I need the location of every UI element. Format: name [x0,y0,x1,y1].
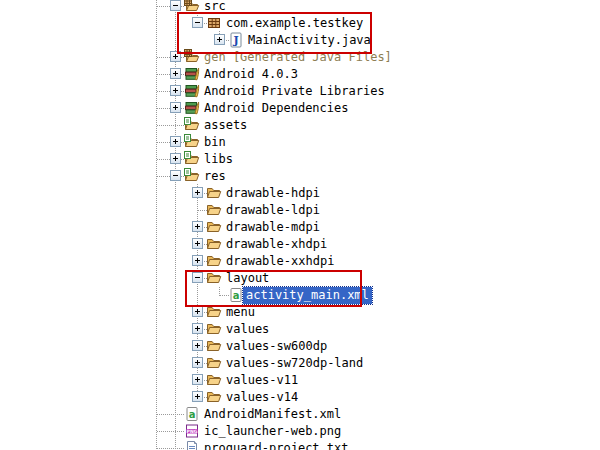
tree-item-label: libs [204,151,233,168]
expand-toggle[interactable] [192,187,203,198]
tree-item-mainactivity-java[interactable]: MainActivity.java [0,32,600,49]
tree-item-label: values-v14 [226,389,298,406]
expand-toggle[interactable] [170,136,181,147]
expand-toggle[interactable] [170,85,181,96]
library-icon [184,83,200,99]
folder-icon [206,219,222,235]
tree-item-label: values-v11 [226,372,298,389]
tree-item-res[interactable]: res [0,168,600,185]
xml-file-icon [228,287,244,303]
tree-item-drawable-xxhdpi[interactable]: drawable-xxhdpi [0,253,600,270]
tree-connector [157,448,185,449]
expand-toggle[interactable] [170,153,181,164]
tree-item-values-v11[interactable]: values-v11 [0,372,600,389]
tree-item-activity-main-xml[interactable]: activity_main.xml [0,287,600,304]
tree-connector [157,431,185,432]
tree-item-values[interactable]: values [0,321,600,338]
tree-item-drawable-ldpi[interactable]: drawable-ldpi [0,202,600,219]
folder-icon [206,270,222,286]
tree-connector [157,414,185,415]
collapse-toggle[interactable] [192,272,203,283]
expand-toggle[interactable] [192,374,203,385]
tree-item-label: drawable-xhdpi [226,236,327,253]
expand-toggle[interactable] [170,102,181,113]
tree-item-libs[interactable]: libs [0,151,600,168]
tree-item-values-sw720dp-land[interactable]: values-sw720dp-land [0,355,600,372]
tree-item-label: values-sw720dp-land [226,355,363,372]
collapse-toggle[interactable] [170,0,181,11]
expand-toggle[interactable] [192,340,203,351]
folder-icon [206,389,222,405]
tree-item-label: Android Dependencies [204,100,349,117]
tree-item-label: bin [204,134,226,151]
expand-toggle[interactable] [192,238,203,249]
expand-toggle[interactable] [192,306,203,317]
folder-icon [206,236,222,252]
tree-item-label: MainActivity.java [248,32,371,49]
expand-toggle[interactable] [192,391,203,402]
tree-item-label: res [204,168,226,185]
package-explorer-panel: src com.example.testkey MainActivity.jav… [0,0,600,450]
tree-item-ic-launcher-web-png[interactable]: ic_launcher-web.png [0,423,600,440]
folder-icon [206,372,222,388]
tree-item-package-com-example-testkey[interactable]: com.example.testkey [0,15,600,32]
expand-toggle[interactable] [170,68,181,79]
folder-icon [206,321,222,337]
java-file-icon [228,32,244,48]
tree-item-values-sw600dp[interactable]: values-sw600dp [0,338,600,355]
collapse-toggle[interactable] [170,170,181,181]
expand-toggle[interactable] [192,255,203,266]
folder-icon [206,185,222,201]
tree-item-label: ic_launcher-web.png [204,423,341,440]
tree-item-label: drawable-ldpi [226,202,320,219]
tree-item-android-private-libraries[interactable]: Android Private Libraries [0,83,600,100]
source-folder-icon [184,49,200,65]
java-package-icon [206,15,222,31]
expand-toggle[interactable] [192,323,203,334]
tree-item-label: proguard-project.txt [204,440,349,450]
png-file-icon [184,423,200,439]
tree-item-label: values [226,321,269,338]
folder-icon [206,355,222,371]
tree-item-label-selected: activity_main.xml [243,287,372,304]
tree-connector [157,125,185,126]
tree-item-drawable-mdpi[interactable]: drawable-mdpi [0,219,600,236]
tree-item-proguard-project-txt[interactable]: proguard-project.txt [0,440,600,450]
expand-toggle[interactable] [214,34,225,45]
folder-icon [206,253,222,269]
collapse-toggle[interactable] [192,17,203,28]
tree-item-drawable-xhdpi[interactable]: drawable-xhdpi [0,236,600,253]
tree-rows: src com.example.testkey MainActivity.jav… [0,0,600,450]
tree-item-gen[interactable]: gen [Generated Java Files] [0,49,600,66]
library-icon [184,66,200,82]
tree-item-label: com.example.testkey [226,15,363,32]
expand-toggle[interactable] [192,357,203,368]
tree-item-assets[interactable]: assets [0,117,600,134]
tree-item-android-dependencies[interactable]: Android Dependencies [0,100,600,117]
tree-item-android-4-0-3[interactable]: Android 4.0.3 [0,66,600,83]
tree-item-label: drawable-xxhdpi [226,253,334,270]
xml-file-icon [184,406,200,422]
expand-toggle[interactable] [192,221,203,232]
tree-item-androidmanifest-xml[interactable]: AndroidManifest.xml [0,406,600,423]
tree-item-src[interactable]: src [0,0,600,15]
tree-item-label: values-sw600dp [226,338,327,355]
tree-item-label: drawable-mdpi [226,219,320,236]
source-folder-icon [184,0,200,14]
folder-icon [206,202,222,218]
tree-item-menu[interactable]: menu [0,304,600,321]
folder-icon [184,151,200,167]
tree-item-drawable-hdpi[interactable]: drawable-hdpi [0,185,600,202]
folder-icon [184,168,200,184]
tree-item-values-v14[interactable]: values-v14 [0,389,600,406]
expand-toggle[interactable] [170,51,181,62]
tree-item-label: layout [226,270,269,287]
tree-item-label: src [204,0,226,15]
tree-item-bin[interactable]: bin [0,134,600,151]
tree-item-label: drawable-hdpi [226,185,320,202]
folder-icon [206,304,222,320]
tree-item-label: AndroidManifest.xml [204,406,341,423]
folder-icon [206,338,222,354]
tree-item-label: Android 4.0.3 [204,66,298,83]
tree-item-layout[interactable]: layout [0,270,600,287]
